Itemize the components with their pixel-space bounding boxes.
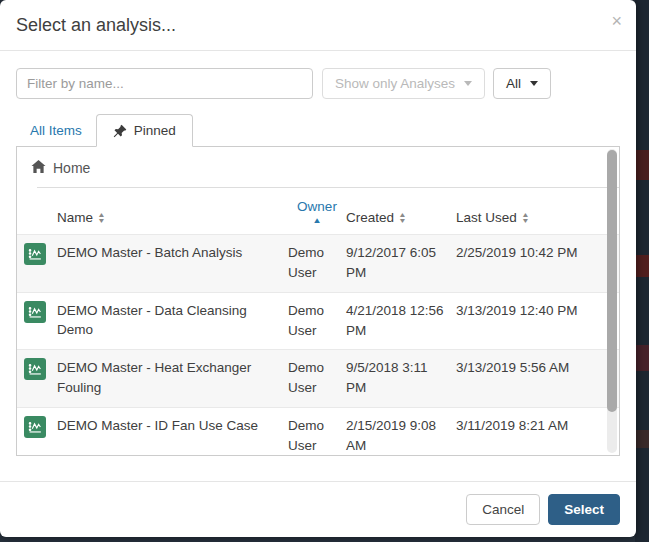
chevron-down-icon xyxy=(530,81,538,86)
backdrop-artifact xyxy=(635,345,649,371)
tab-pinned[interactable]: Pinned xyxy=(96,114,193,147)
backdrop-artifact xyxy=(635,150,649,180)
analysis-owner: Demo User xyxy=(288,358,346,399)
sort-icon: ▲▼ xyxy=(522,212,529,224)
modal-footer: Cancel Select xyxy=(0,481,636,537)
filter-by-name-input[interactable] xyxy=(16,68,313,99)
analysis-last-used: 3/13/2019 12:40 PM xyxy=(456,301,619,321)
filter-row: Show only Analyses All xyxy=(16,68,620,99)
cancel-button[interactable]: Cancel xyxy=(466,494,540,525)
backdrop-artifact xyxy=(635,255,649,277)
home-icon xyxy=(31,160,46,177)
tab-pinned-label: Pinned xyxy=(134,123,176,138)
analysis-owner: Demo User xyxy=(288,243,346,284)
vertical-scrollbar[interactable] xyxy=(607,149,617,453)
column-header-created[interactable]: Created ▲▼ xyxy=(346,210,456,225)
column-label: Created xyxy=(346,210,394,225)
scrollbar-thumb[interactable] xyxy=(607,150,617,412)
modal-title: Select an analysis... xyxy=(16,15,620,36)
cell-icon xyxy=(17,416,57,438)
analysis-icon xyxy=(24,358,46,380)
backdrop-artifact xyxy=(635,430,649,448)
sort-icon: ▲▼ xyxy=(98,212,105,224)
breadcrumb-home-label: Home xyxy=(53,160,90,176)
column-header-last-used[interactable]: Last Used ▲▼ xyxy=(456,210,619,225)
tab-bar: All Items Pinned xyxy=(16,113,620,146)
analysis-created: 4/21/2018 12:56 PM xyxy=(346,301,456,342)
column-label: Name xyxy=(57,210,93,225)
column-header-name[interactable]: Name ▲▼ xyxy=(57,210,288,225)
table-row[interactable]: DEMO Master - ID Fan Use Case Demo User … xyxy=(17,407,619,457)
chevron-down-icon xyxy=(464,81,472,86)
items-table-panel: Home Name ▲▼ Owner ▲ Created xyxy=(16,146,620,456)
analysis-name: DEMO Master - Heat Exchanger Fouling xyxy=(57,358,288,397)
table-row[interactable]: DEMO Master - Batch Analysis Demo User 9… xyxy=(17,234,619,292)
analysis-name: DEMO Master - ID Fan Use Case xyxy=(57,416,288,436)
analysis-owner: Demo User xyxy=(288,416,346,457)
cell-icon xyxy=(17,243,57,265)
tab-all-items[interactable]: All Items xyxy=(16,115,96,146)
sort-ascending-icon: ▲ xyxy=(312,216,322,225)
analysis-name: DEMO Master - Data Cleansing Demo xyxy=(57,301,288,340)
analysis-last-used: 2/25/2019 10:42 PM xyxy=(456,243,619,263)
analysis-icon xyxy=(24,416,46,438)
column-label: Owner xyxy=(297,199,337,214)
column-label: Last Used xyxy=(456,210,517,225)
analysis-created: 9/12/2017 6:05 PM xyxy=(346,243,456,284)
table-header-row: Name ▲▼ Owner ▲ Created ▲▼ Last Used xyxy=(17,188,619,234)
analysis-created: 2/15/2019 9:08 AM xyxy=(346,416,456,457)
all-scope-dropdown[interactable]: All xyxy=(493,68,551,99)
analysis-owner: Demo User xyxy=(288,301,346,342)
analysis-last-used: 3/11/2019 8:21 AM xyxy=(456,416,619,436)
analysis-icon xyxy=(24,243,46,265)
analysis-name: DEMO Master - Batch Analysis xyxy=(57,243,288,263)
breadcrumb[interactable]: Home xyxy=(17,147,619,187)
modal-header: Select an analysis... × xyxy=(0,0,636,51)
modal-body: Show only Analyses All All Items Pinned xyxy=(0,51,636,481)
dropdown-label: All xyxy=(506,76,521,91)
table-row[interactable]: DEMO Master - Data Cleansing Demo Demo U… xyxy=(17,292,619,350)
show-only-analyses-dropdown[interactable]: Show only Analyses xyxy=(322,68,485,99)
table-row[interactable]: DEMO Master - Heat Exchanger Fouling Dem… xyxy=(17,349,619,407)
select-button[interactable]: Select xyxy=(548,494,620,525)
select-analysis-modal: Select an analysis... × Show only Analys… xyxy=(0,0,636,537)
analysis-icon xyxy=(24,301,46,323)
pin-icon xyxy=(113,124,127,138)
dropdown-label: Show only Analyses xyxy=(335,76,455,91)
close-icon[interactable]: × xyxy=(611,12,622,30)
sort-icon: ▲▼ xyxy=(399,212,406,224)
cell-icon xyxy=(17,358,57,380)
column-header-owner[interactable]: Owner ▲ xyxy=(288,199,346,225)
analysis-created: 9/5/2018 3:11 PM xyxy=(346,358,456,399)
cell-icon xyxy=(17,301,57,323)
analysis-last-used: 3/13/2019 5:56 AM xyxy=(456,358,619,378)
